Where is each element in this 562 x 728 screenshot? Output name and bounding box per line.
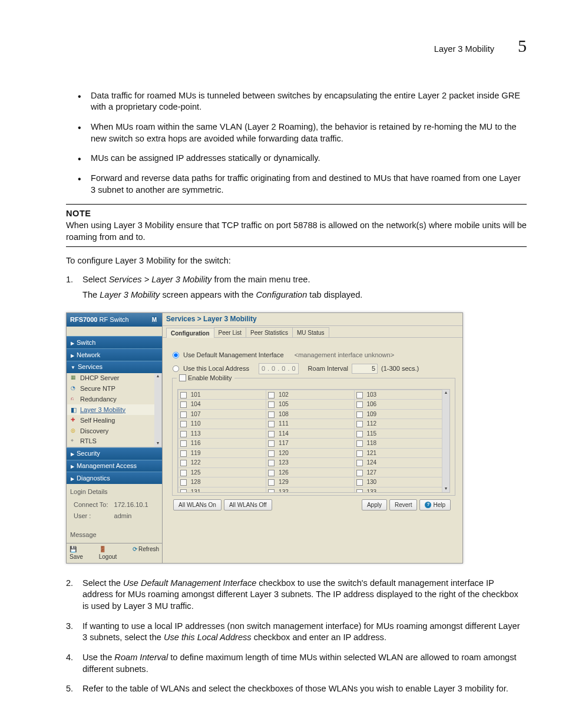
wlan-scrollbar[interactable]: ▴▾	[442, 390, 449, 492]
save-button[interactable]: 💾Save	[70, 545, 91, 561]
wlan-cell[interactable]: 127	[354, 467, 442, 477]
wlan-checkbox[interactable]	[356, 489, 363, 492]
nav-rtls[interactable]: ⌖RTLS	[67, 436, 154, 447]
wlan-cell[interactable]: 108	[266, 409, 354, 419]
note-title: NOTE	[66, 208, 527, 220]
wlan-checkbox[interactable]	[356, 460, 363, 466]
wlan-checkbox[interactable]	[356, 421, 363, 427]
wlan-checkbox[interactable]	[356, 450, 363, 457]
wlan-checkbox[interactable]	[268, 479, 275, 486]
wlan-checkbox[interactable]	[268, 450, 275, 457]
wlan-checkbox[interactable]	[356, 392, 363, 398]
nav-switch[interactable]: ▶Switch	[67, 336, 162, 348]
wlan-checkbox[interactable]	[180, 431, 187, 437]
wlan-cell[interactable]: 119	[178, 448, 266, 458]
nav-layer3-mobility[interactable]: ◧Layer 3 Mobility	[67, 404, 154, 415]
help-button[interactable]: ?Help	[419, 499, 451, 511]
all-wlans-off-button[interactable]: All WLANs Off	[224, 499, 272, 511]
wlan-cell[interactable]: 129	[266, 477, 354, 487]
wlan-cell[interactable]: 107	[178, 409, 266, 419]
wlan-checkbox[interactable]	[180, 450, 187, 457]
nav-dhcp-server[interactable]: ▦DHCP Server	[67, 373, 154, 384]
wlan-cell[interactable]: 124	[354, 458, 442, 468]
wlan-checkbox[interactable]	[268, 489, 275, 492]
wlan-checkbox[interactable]	[180, 489, 187, 492]
nav-secure-ntp[interactable]: ◔Secure NTP	[67, 384, 154, 394]
nav-redundancy[interactable]: ⎌Redundancy	[67, 394, 154, 405]
wlan-cell[interactable]: 102	[266, 390, 354, 400]
wlan-checkbox[interactable]	[268, 470, 275, 476]
wlan-checkbox[interactable]	[268, 440, 275, 447]
wlan-cell[interactable]: 104	[178, 400, 266, 410]
wlan-cell[interactable]: 128	[178, 477, 266, 487]
wlan-cell[interactable]: 109	[354, 409, 442, 419]
nav-discovery[interactable]: ◎Discovery	[67, 426, 154, 436]
wlan-checkbox[interactable]	[356, 470, 363, 476]
nav-security[interactable]: ▶Security	[67, 447, 162, 460]
wlan-cell[interactable]: 101	[178, 390, 266, 400]
wlan-cell[interactable]: 133	[354, 487, 442, 492]
wlan-cell[interactable]: 122	[178, 458, 266, 468]
nav-network[interactable]: ▶Network	[67, 348, 162, 361]
radio-local-address[interactable]	[173, 365, 179, 372]
wlan-cell[interactable]: 121	[354, 448, 442, 458]
radio-default-mgmt[interactable]	[173, 352, 179, 358]
wlan-cell[interactable]: 116	[178, 439, 266, 449]
wlan-cell[interactable]: 132	[266, 487, 354, 492]
nav-diagnostics[interactable]: ▶Diagnostics	[67, 472, 162, 484]
wlan-cell[interactable]: 120	[266, 448, 354, 458]
wlan-cell[interactable]: 106	[354, 400, 442, 410]
tab-mu-status[interactable]: MU Status	[292, 327, 329, 338]
wlan-cell[interactable]: 130	[354, 477, 442, 487]
nav-management-access[interactable]: ▶Management Access	[67, 460, 162, 472]
wlan-checkbox[interactable]	[356, 411, 363, 418]
wlan-checkbox[interactable]	[180, 460, 187, 466]
tab-peer-statistics[interactable]: Peer Statistics	[246, 327, 293, 338]
wlan-cell[interactable]: 114	[266, 429, 354, 439]
wlan-cell[interactable]: 117	[266, 439, 354, 449]
wlan-checkbox[interactable]	[356, 440, 363, 447]
nav-services[interactable]: ▼Services	[67, 361, 162, 373]
wlan-cell[interactable]: 105	[266, 400, 354, 410]
wlan-cell[interactable]: 115	[354, 429, 442, 439]
nav-self-healing[interactable]: ✚Self Healing	[67, 415, 154, 426]
wlan-checkbox[interactable]	[356, 401, 363, 408]
logout-button[interactable]: 🚪Logout	[99, 545, 124, 561]
roam-interval-input[interactable]: 5	[352, 364, 378, 374]
wlan-cell[interactable]: 118	[354, 439, 442, 449]
wlan-checkbox[interactable]	[180, 392, 187, 398]
wlan-checkbox[interactable]	[180, 479, 187, 486]
refresh-button[interactable]: ⟳Refresh	[133, 545, 159, 561]
wlan-cell[interactable]: 126	[266, 467, 354, 477]
all-wlans-on-button[interactable]: All WLANs On	[173, 499, 222, 511]
wlan-cell[interactable]: 110	[178, 419, 266, 429]
wlan-checkbox[interactable]	[268, 421, 275, 427]
wlan-checkbox[interactable]	[180, 411, 187, 418]
wlan-checkbox[interactable]	[180, 440, 187, 447]
wlan-checkbox[interactable]	[180, 401, 187, 408]
wlan-cell[interactable]: 113	[178, 429, 266, 439]
tab-configuration[interactable]: Configuration	[166, 328, 214, 338]
wlan-checkbox[interactable]	[268, 401, 275, 408]
ip-address-input[interactable]: 0 . 0 . 0 . 0	[259, 363, 299, 374]
wlan-cell[interactable]: 111	[266, 419, 354, 429]
wlan-checkbox[interactable]	[180, 470, 187, 476]
wlan-checkbox[interactable]	[268, 460, 275, 466]
wlan-cell[interactable]: 112	[354, 419, 442, 429]
wlan-cell[interactable]: 131	[178, 487, 266, 492]
revert-button[interactable]: Revert	[389, 499, 417, 511]
wlan-checkbox[interactable]	[356, 431, 363, 437]
wlan-checkbox[interactable]	[268, 431, 275, 437]
help-icon: ?	[425, 502, 431, 508]
tab-peer-list[interactable]: Peer List	[214, 327, 246, 338]
apply-button[interactable]: Apply	[362, 499, 387, 511]
wlan-checkbox[interactable]	[268, 392, 275, 398]
sidebar-scrollbar[interactable]: ▴▾	[154, 373, 161, 447]
wlan-cell[interactable]: 123	[266, 458, 354, 468]
wlan-checkbox[interactable]	[268, 411, 275, 418]
wlan-checkbox[interactable]	[180, 421, 187, 427]
wlan-cell[interactable]: 103	[354, 390, 442, 400]
checkbox-enable-mobility[interactable]	[179, 374, 186, 381]
wlan-cell[interactable]: 125	[178, 467, 266, 477]
wlan-checkbox[interactable]	[356, 479, 363, 486]
